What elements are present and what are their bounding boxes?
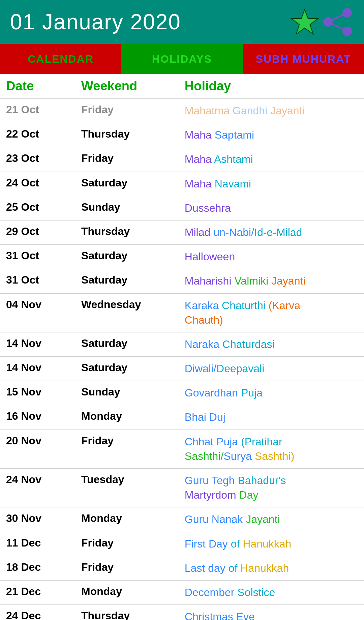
holiday-table: Date Weekend Holiday 21 OctFridayMahatma… (0, 74, 364, 620)
holiday-cell: Halloween (179, 245, 364, 269)
date-cell: 21 Oct (0, 98, 75, 123)
holiday-cell: December Solstice (179, 580, 364, 604)
weekend-cell: Friday (75, 430, 179, 468)
app-header: 01 January 2020 (0, 0, 364, 44)
weekend-cell: Saturday (75, 269, 179, 293)
date-cell: 24 Nov (0, 469, 75, 507)
table-row: 31 OctSaturdayHalloween (0, 245, 364, 269)
holiday-cell: Guru Nanak Jayanti (179, 507, 364, 532)
weekend-cell: Friday (75, 556, 179, 580)
svg-line-6 (328, 22, 347, 31)
weekend-cell: Monday (75, 580, 179, 604)
star-icon (291, 8, 319, 36)
tab-calendar[interactable]: CALENDAR (0, 44, 121, 74)
date-cell: 22 Oct (0, 123, 75, 147)
weekend-cell: Friday (75, 98, 179, 123)
holiday-cell: Maharishi Valmiki Jayanti (179, 269, 364, 293)
weekend-cell: Saturday (75, 172, 179, 196)
weekend-cell: Tuesday (75, 469, 179, 507)
tab-muhurat[interactable]: SUBH MUHURAT (243, 44, 364, 74)
date-cell: 04 Nov (0, 293, 75, 332)
tab-holidays[interactable]: HOLIDAYS (121, 44, 243, 74)
holiday-cell: Maha Saptami (179, 123, 364, 147)
holiday-cell: Mahatma Gandhi Jayanti (179, 98, 364, 123)
date-cell: 21 Dec (0, 580, 75, 604)
table-row: 21 DecMondayDecember Solstice (0, 580, 364, 604)
col-header-date: Date (0, 74, 75, 98)
date-cell: 20 Nov (0, 430, 75, 468)
header-icons (291, 8, 354, 36)
holiday-table-container: Date Weekend Holiday 21 OctFridayMahatma… (0, 74, 364, 620)
holiday-cell: Chhat Puja (PratiharSashthi/Surya Sashth… (179, 430, 364, 468)
table-row: 21 OctFridayMahatma Gandhi Jayanti (0, 98, 364, 123)
weekend-cell: Saturday (75, 332, 179, 356)
weekend-cell: Sunday (75, 196, 179, 220)
weekend-cell: Friday (75, 532, 179, 556)
table-row: 30 NovMondayGuru Nanak Jayanti (0, 507, 364, 532)
holiday-cell: Maha Ashtami (179, 147, 364, 172)
holiday-cell: Govardhan Puja (179, 381, 364, 405)
holiday-cell: Karaka Chaturthi (KarvaChauth) (179, 293, 364, 332)
col-header-weekend: Weekend (75, 74, 179, 98)
table-row: 24 NovTuesdayGuru Tegh Bahadur'sMartyrdo… (0, 469, 364, 507)
weekend-cell: Monday (75, 507, 179, 532)
table-row: 20 NovFridayChhat Puja (PratiharSashthi/… (0, 430, 364, 468)
table-row: 15 NovSundayGovardhan Puja (0, 381, 364, 405)
holiday-cell: Naraka Chaturdasi (179, 332, 364, 356)
table-row: 18 DecFridayLast day of Hanukkah (0, 556, 364, 580)
holiday-cell: Maha Navami (179, 172, 364, 196)
weekend-cell: Saturday (75, 245, 179, 269)
table-row: 11 DecFridayFirst Day of Hanukkah (0, 532, 364, 556)
svg-line-5 (328, 13, 347, 22)
date-cell: 29 Oct (0, 220, 75, 244)
weekend-cell: Thursday (75, 123, 179, 147)
header-title: 01 January 2020 (10, 9, 181, 34)
holiday-cell: Milad un-Nabi/Id-e-Milad (179, 220, 364, 244)
holiday-cell: Christmas Eve (179, 605, 364, 620)
table-row: 22 OctThursdayMaha Saptami (0, 123, 364, 147)
date-cell: 15 Nov (0, 381, 75, 405)
weekend-cell: Wednesday (75, 293, 179, 332)
weekend-cell: Thursday (75, 605, 179, 620)
date-cell: 11 Dec (0, 532, 75, 556)
table-row: 24 DecThursdayChristmas Eve (0, 605, 364, 620)
weekend-cell: Saturday (75, 357, 179, 381)
holiday-cell: Diwali/Deepavali (179, 357, 364, 381)
date-cell: 24 Oct (0, 172, 75, 196)
date-cell: 30 Nov (0, 507, 75, 532)
share-icon[interactable] (322, 8, 354, 36)
table-row: 31 OctSaturdayMaharishi Valmiki Jayanti (0, 269, 364, 293)
table-row: 16 NovMondayBhai Duj (0, 405, 364, 430)
weekend-cell: Monday (75, 405, 179, 430)
holiday-cell: Last day of Hanukkah (179, 556, 364, 580)
date-cell: 18 Dec (0, 556, 75, 580)
date-cell: 14 Nov (0, 357, 75, 381)
table-row: 25 OctSundayDussehra (0, 196, 364, 220)
holiday-cell: Dussehra (179, 196, 364, 220)
date-cell: 31 Oct (0, 269, 75, 293)
table-row: 14 NovSaturdayNaraka Chaturdasi (0, 332, 364, 356)
col-header-holiday: Holiday (179, 74, 364, 98)
table-row: 24 OctSaturdayMaha Navami (0, 172, 364, 196)
table-row: 14 NovSaturdayDiwali/Deepavali (0, 357, 364, 381)
weekend-cell: Thursday (75, 220, 179, 244)
table-row: 04 NovWednesdayKaraka Chaturthi (KarvaCh… (0, 293, 364, 332)
date-cell: 25 Oct (0, 196, 75, 220)
date-cell: 31 Oct (0, 245, 75, 269)
holiday-cell: Bhai Duj (179, 405, 364, 430)
date-cell: 14 Nov (0, 332, 75, 356)
weekend-cell: Sunday (75, 381, 179, 405)
date-cell: 24 Dec (0, 605, 75, 620)
holiday-cell: First Day of Hanukkah (179, 532, 364, 556)
table-row: 23 OctFridayMaha Ashtami (0, 147, 364, 172)
date-cell: 16 Nov (0, 405, 75, 430)
holiday-cell: Guru Tegh Bahadur'sMartyrdom Day (179, 469, 364, 507)
table-header-row: Date Weekend Holiday (0, 74, 364, 98)
weekend-cell: Friday (75, 147, 179, 172)
date-cell: 23 Oct (0, 147, 75, 172)
table-row: 29 OctThursdayMilad un-Nabi/Id-e-Milad (0, 220, 364, 244)
nav-tabs: CALENDAR HOLIDAYS SUBH MUHURAT (0, 44, 364, 74)
